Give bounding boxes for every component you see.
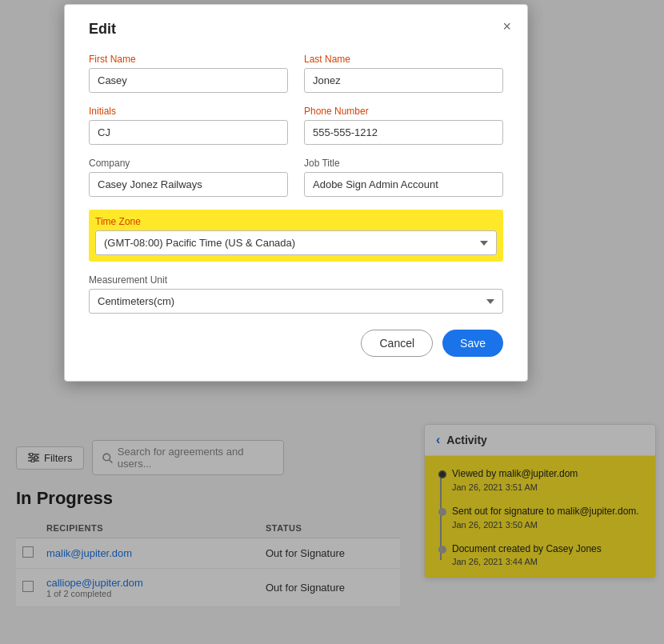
timezone-group: Time Zone (GMT-08:00) Pacific Time (US &…	[89, 210, 503, 262]
timezone-select[interactable]: (GMT-08:00) Pacific Time (US & Canada)	[95, 230, 497, 255]
form-row-name: First Name Last Name	[89, 54, 503, 93]
first-name-input[interactable]	[89, 68, 288, 93]
phone-label: Phone Number	[304, 106, 503, 117]
cancel-button[interactable]: Cancel	[361, 330, 433, 357]
form-group-initials: Initials	[89, 106, 288, 145]
phone-input[interactable]	[304, 120, 503, 145]
form-group-firstname: First Name	[89, 54, 288, 93]
measurement-label: Measurement Unit	[89, 274, 503, 286]
form-group-company: Company	[89, 158, 288, 197]
first-name-label: First Name	[89, 54, 288, 65]
form-row-company: Company Job Title	[89, 158, 503, 197]
company-input[interactable]	[89, 172, 288, 197]
form-group-measurement: Measurement Unit Centimeters(cm)	[89, 274, 503, 314]
last-name-input[interactable]	[304, 68, 503, 93]
job-title-input[interactable]	[304, 172, 503, 197]
last-name-label: Last Name	[304, 54, 503, 65]
edit-modal: Edit × First Name Last Name Initials Pho…	[64, 4, 528, 382]
form-group-jobtitle: Job Title	[304, 158, 503, 197]
company-label: Company	[89, 158, 288, 169]
timezone-label: Time Zone	[95, 216, 497, 227]
save-button[interactable]: Save	[442, 330, 503, 357]
form-group-phone: Phone Number	[304, 106, 503, 145]
modal-title: Edit	[89, 21, 503, 38]
initials-label: Initials	[89, 106, 288, 117]
job-title-label: Job Title	[304, 158, 503, 169]
form-group-lastname: Last Name	[304, 54, 503, 93]
measurement-select[interactable]: Centimeters(cm)	[89, 289, 503, 314]
modal-close-button[interactable]: ×	[502, 19, 511, 34]
modal-footer: Cancel Save	[89, 330, 503, 357]
initials-input[interactable]	[89, 120, 288, 145]
form-row-initials: Initials Phone Number	[89, 106, 503, 145]
